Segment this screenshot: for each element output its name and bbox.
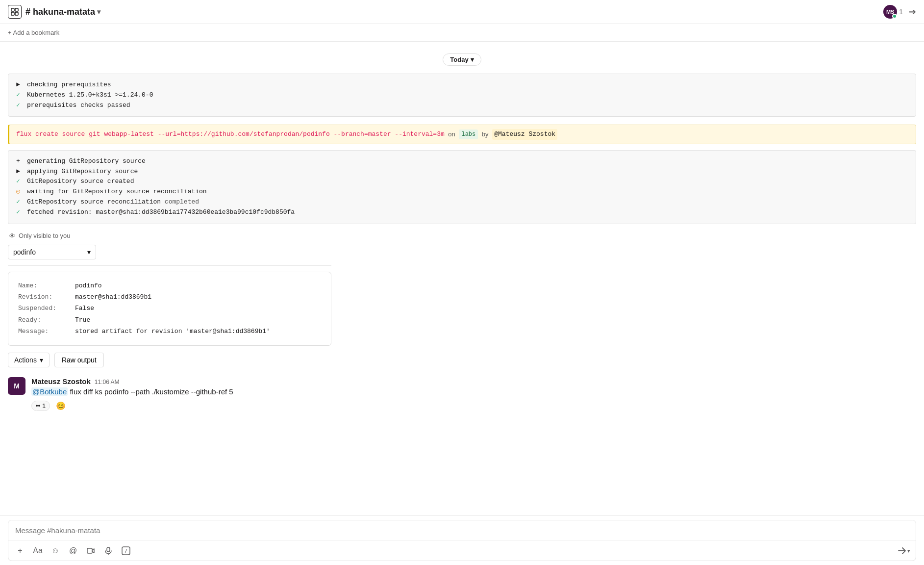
code-line: + generating GitRepository source <box>16 156 908 167</box>
date-badge[interactable]: Today ▾ <box>443 53 481 66</box>
channel-title[interactable]: # hakuna-matata ▾ <box>25 7 100 17</box>
info-value-name: podinfo <box>75 280 102 291</box>
code-line: ✓ fetched revision: master@sha1:dd3869b1… <box>16 207 908 218</box>
code-text: applying GitRepository source <box>27 167 138 177</box>
actions-chevron-icon: ▾ <box>40 356 43 364</box>
code-text: waiting for GitRepository source reconci… <box>27 187 207 197</box>
bookmark-bar: + Add a bookmark <box>0 24 924 42</box>
check-icon: ✓ <box>16 90 23 101</box>
mic-button[interactable] <box>101 544 115 558</box>
channel-name: # hakuna-matata <box>25 7 95 17</box>
message-header: Mateusz Szostok 11:06 AM <box>31 377 916 385</box>
eye-icon: 👁 <box>9 232 16 240</box>
actions-dropdown[interactable]: Actions ▾ <box>8 353 50 367</box>
dropdown-chevron-icon: ▾ <box>87 248 91 256</box>
date-chevron-icon: ▾ <box>471 56 474 63</box>
video-button[interactable] <box>84 544 98 558</box>
message-text: @Botkube flux diff ks podinfo --path ./k… <box>31 386 916 398</box>
check-icon: ✓ <box>16 177 23 187</box>
channel-chevron-icon: ▾ <box>97 8 100 16</box>
svg-rect-2 <box>11 12 14 15</box>
actions-label: Actions <box>14 356 37 364</box>
info-label-revision: Revision: <box>18 291 67 303</box>
info-value-suspended: False <box>75 303 94 314</box>
send-icon: ➔ <box>909 6 916 17</box>
mention-text: @Botkube <box>31 387 68 396</box>
command-text: flux create source git webapp-latest --u… <box>16 129 445 139</box>
add-bookmark-button[interactable]: + Add a bookmark <box>8 29 59 36</box>
visibility-note: 👁 Only visible to you <box>8 232 916 240</box>
user-avatar: M <box>8 377 25 395</box>
chat-message: M Mateusz Szostok 11:06 AM @Botkube flux… <box>8 375 916 414</box>
message-input[interactable] <box>8 520 916 540</box>
check-icon: ✓ <box>16 207 23 218</box>
info-row-message: Message: stored artifact for revision 'm… <box>18 326 321 337</box>
message-input-wrapper: + Aa ☺ @ <box>8 520 916 561</box>
add-button[interactable]: + <box>13 544 27 558</box>
podinfo-dropdown[interactable]: podinfo ▾ <box>8 245 96 259</box>
code-text: GitRepository source created <box>27 177 134 187</box>
add-reaction-button[interactable]: 😊 <box>53 400 69 411</box>
info-row-revision: Revision: master@sha1:dd3869b1 <box>18 291 321 303</box>
avatar-group[interactable]: MS 1 <box>883 5 903 19</box>
visibility-text: Only visible to you <box>19 232 71 239</box>
info-value-ready: True <box>75 314 90 326</box>
info-label-ready: Ready: <box>18 314 67 326</box>
on-text: on <box>447 129 457 139</box>
raw-output-button[interactable]: Raw output <box>54 353 104 367</box>
header-right: MS 1 ➔ <box>883 5 916 19</box>
info-row-suspended: Suspended: False <box>18 303 321 314</box>
spinner-icon: ◎ <box>16 187 23 197</box>
svg-rect-4 <box>87 548 92 553</box>
code-line: ✓ GitRepository source created <box>16 177 908 187</box>
slash-button[interactable]: / <box>119 544 133 558</box>
username: Mateusz Szostok <box>31 377 91 385</box>
mention-button[interactable]: @ <box>66 544 80 558</box>
plus-icon: + <box>16 156 23 167</box>
avatar: MS <box>883 5 897 19</box>
reaction-item[interactable]: •• 1 <box>31 401 50 411</box>
command-line: flux create source git webapp-latest --u… <box>8 125 916 144</box>
code-text: checking prerequisites <box>27 80 111 90</box>
reaction-count: 1 <box>42 402 46 410</box>
info-label-suspended: Suspended: <box>18 303 67 314</box>
code-text: generating GitRepository source <box>27 156 146 167</box>
mention-badge: @Mateusz Szostok <box>492 129 557 140</box>
info-value-revision: master@sha1:dd3869b1 <box>75 291 151 303</box>
info-label-name: Name: <box>18 280 67 291</box>
message-area: ► checking prerequisites ✓ Kubernetes 1.… <box>0 74 924 413</box>
code-line: ◎ waiting for GitRepository source recon… <box>16 187 908 197</box>
svg-text:/: / <box>125 548 128 554</box>
code-block-prerequisites: ► checking prerequisites ✓ Kubernetes 1.… <box>8 74 916 117</box>
separator <box>8 265 331 266</box>
reaction-emoji: •• <box>36 402 40 410</box>
message-content: Mateusz Szostok 11:06 AM @Botkube flux d… <box>31 377 916 412</box>
arrow-icon: ► <box>16 167 23 177</box>
avatar-status-indicator <box>892 14 897 19</box>
input-toolbar: + Aa ☺ @ <box>8 540 916 561</box>
action-buttons: Actions ▾ Raw output <box>8 353 916 367</box>
emoji-button[interactable]: ☺ <box>49 544 62 558</box>
check-icon: ✓ <box>16 197 23 207</box>
info-label-message: Message: <box>18 326 67 337</box>
send-button[interactable]: ▾ <box>897 544 911 558</box>
svg-rect-0 <box>11 8 14 11</box>
format-button[interactable]: Aa <box>31 544 45 558</box>
arrow-icon: ► <box>16 80 23 90</box>
svg-rect-5 <box>107 547 110 552</box>
header-left: # hakuna-matata ▾ <box>8 5 100 19</box>
svg-rect-1 <box>15 8 18 11</box>
code-text: Kubernetes 1.25.0+k3s1 >=1.24.0-0 <box>27 90 153 101</box>
code-line: ✓ GitRepository source reconciliation co… <box>16 197 908 207</box>
channel-icon <box>8 5 22 19</box>
message-input-bar: + Aa ☺ @ <box>0 515 924 565</box>
info-card: Name: podinfo Revision: master@sha1:dd38… <box>8 272 331 346</box>
by-text: by <box>480 129 490 139</box>
date-divider: Today ▾ <box>0 50 924 70</box>
code-block-gitrepo: + generating GitRepository source ► appl… <box>8 150 916 224</box>
code-text: prerequisites checks passed <box>27 101 130 111</box>
info-row-ready: Ready: True <box>18 314 321 326</box>
info-value-message: stored artifact for revision 'master@sha… <box>75 326 270 337</box>
main-content: Today ▾ ► checking prerequisites ✓ Kuber… <box>0 42 924 515</box>
message-timestamp: 11:06 AM <box>95 379 120 385</box>
